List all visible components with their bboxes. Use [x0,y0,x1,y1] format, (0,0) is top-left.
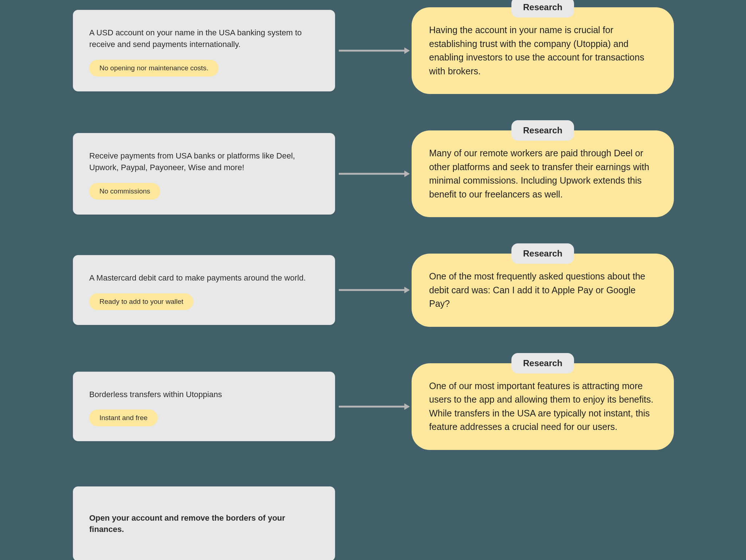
research-tag: Research [511,120,574,141]
diagram-canvas: A USD account on your name in the USA ba… [0,7,746,560]
arrow-icon [335,285,412,295]
feature-pill: No opening nor maintenance costs. [89,60,219,77]
feature-card-mastercard: A Mastercard debit card to make payments… [73,255,335,325]
svg-marker-5 [404,287,410,293]
feature-description: A USD account on your name in the USA ba… [89,27,319,50]
feature-description: A Mastercard debit card to make payments… [89,272,319,284]
arrow-icon [335,45,412,56]
feature-description: Borderless transfers within Utoppians [89,389,319,400]
feature-pill: Instant and free [89,410,158,426]
feature-description: Receive payments from USA banks or platf… [89,150,319,173]
research-card: Research Having the account in your name… [412,7,674,94]
cta-row: Open your account and remove the borders… [0,486,746,560]
feature-row: A Mastercard debit card to make payments… [0,254,746,327]
research-text: One of the most frequently asked questio… [429,270,656,311]
feature-row: A USD account on your name in the USA ba… [0,7,746,94]
cta-card: Open your account and remove the borders… [73,486,335,560]
svg-marker-3 [404,171,410,177]
feature-pill: Ready to add to your wallet [89,293,193,310]
feature-card-borderless-transfers: Borderless transfers within Utoppians In… [73,372,335,442]
svg-marker-1 [404,47,410,54]
svg-marker-7 [404,403,410,410]
research-card: Research Many of our remote workers are … [412,130,674,217]
research-tag: Research [511,353,574,373]
research-tag: Research [511,0,574,17]
arrow-icon [335,168,412,179]
research-text: Many of our remote workers are paid thro… [429,146,656,201]
feature-row: Borderless transfers within Utoppians In… [0,363,746,450]
research-tag: Research [511,243,574,264]
feature-pill: No commissions [89,183,160,200]
feature-card-receive-payments: Receive payments from USA banks or platf… [73,133,335,215]
research-text: One of our most important features is at… [429,379,656,434]
research-card: Research One of the most frequently aske… [412,254,674,327]
feature-card-usd-account: A USD account on your name in the USA ba… [73,10,335,91]
research-card: Research One of our most important featu… [412,363,674,450]
research-text: Having the account in your name is cruci… [429,23,656,78]
cta-text: Open your account and remove the borders… [89,512,319,536]
arrow-icon [335,401,412,412]
feature-row: Receive payments from USA banks or platf… [0,130,746,217]
